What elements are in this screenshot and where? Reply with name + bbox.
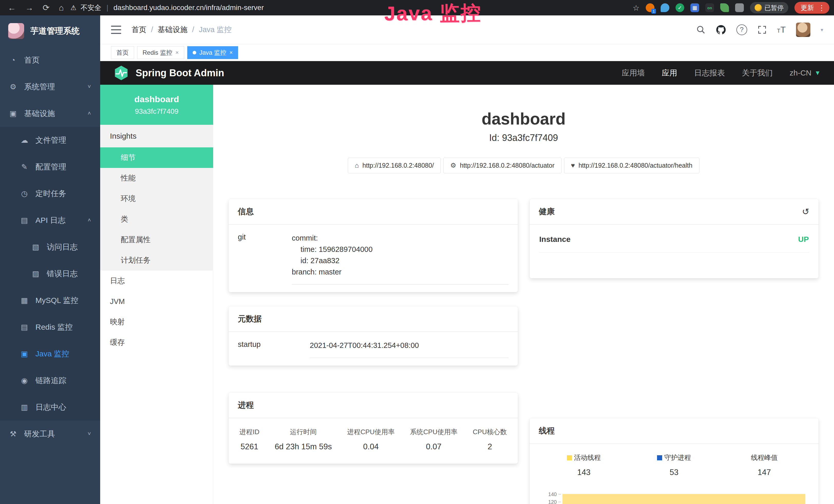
- sba-nav-applications[interactable]: 应用: [662, 68, 677, 78]
- paused-badge[interactable]: 已暂停: [750, 2, 788, 13]
- sidebar-item-system[interactable]: ⚙ 系统管理 ˅: [0, 73, 100, 100]
- status-badge: UP: [798, 235, 809, 244]
- document-icon: ▨: [31, 269, 41, 278]
- sidebar-item-tracing[interactable]: ◉ 链路追踪: [0, 367, 100, 394]
- extension-check-icon[interactable]: ✓: [676, 3, 684, 12]
- chevron-down-icon[interactable]: ▾: [821, 27, 823, 33]
- active-dot: [193, 51, 196, 54]
- sidebar-item-api-logs[interactable]: ▤ API 日志 ˄: [0, 207, 100, 234]
- extension-leaf-icon[interactable]: [720, 3, 729, 12]
- sidebar-item-error-logs[interactable]: ▨ 错误日志: [0, 260, 100, 287]
- sidebar-item-redis-monitor[interactable]: ▤ Redis 监控: [0, 314, 100, 340]
- forward-icon[interactable]: →: [25, 3, 34, 13]
- sba-nav-wallboard[interactable]: 应用墙: [621, 68, 645, 78]
- daemon-threads-value: 53: [629, 468, 719, 477]
- sba-item-configprops[interactable]: 配置属性: [100, 230, 213, 250]
- sba-sidebar: dashboard 93a3fc7f7409 Insights 细节 性能 环境…: [100, 85, 213, 504]
- font-size-icon[interactable]: TT: [777, 25, 786, 35]
- bookmark-star-icon[interactable]: ☆: [633, 3, 640, 12]
- close-icon[interactable]: ×: [175, 49, 179, 56]
- locale-select[interactable]: zh-CN ▼: [790, 69, 821, 77]
- legend-label: 守护进程: [664, 453, 691, 462]
- sba-item-classes[interactable]: 类: [100, 209, 213, 230]
- history-refresh-icon[interactable]: ↺: [802, 206, 810, 217]
- extensions-puzzle-icon[interactable]: [735, 3, 744, 12]
- health-url-button[interactable]: ♥ http://192.168.0.2:48080/actuator/heal…: [564, 158, 699, 173]
- sba-brand[interactable]: Spring Boot Admin: [113, 65, 224, 81]
- security-warning-icon[interactable]: ⚠: [70, 4, 76, 12]
- app-logo[interactable]: 芋道管理系统: [0, 16, 100, 47]
- sba-item-metrics[interactable]: 性能: [100, 168, 213, 188]
- sidebar-item-java-monitor[interactable]: ▣ Java 监控: [0, 340, 100, 367]
- page-title: dashboard: [228, 109, 818, 129]
- health-card: 健康 ↺ Instance UP: [530, 199, 819, 278]
- extension-grid-icon[interactable]: ▦: [690, 3, 699, 12]
- browser-menu-icon[interactable]: ⋮: [818, 4, 827, 12]
- instance-header[interactable]: dashboard 93a3fc7f7409: [100, 85, 213, 125]
- plot-area: [561, 490, 810, 504]
- sba-item-mappings[interactable]: 映射: [100, 312, 213, 332]
- tab-java-monitor[interactable]: Java 监控 ×: [187, 46, 238, 59]
- active-threads-area: [563, 494, 806, 504]
- extension-switch-icon[interactable]: on: [705, 3, 714, 12]
- sba-nav-about[interactable]: 关于我们: [742, 68, 773, 78]
- close-icon[interactable]: ×: [229, 49, 233, 56]
- peak-threads-value: 147: [719, 468, 809, 477]
- sba-item-details[interactable]: 细节: [100, 147, 213, 168]
- sba-item-logs[interactable]: 日志: [100, 271, 213, 291]
- chevron-down-icon: ˅: [88, 431, 91, 437]
- info-card: 信息 git commit: time: 1596289704000 id: 2…: [228, 199, 518, 292]
- sidebar-item-config-management[interactable]: ✎ 配置管理: [0, 154, 100, 180]
- address-bar[interactable]: ⚠ 不安全 | dashboard.yudao.iocoder.cn/infra…: [70, 3, 633, 12]
- security-label[interactable]: 不安全: [81, 3, 101, 12]
- search-icon[interactable]: [696, 25, 706, 35]
- layers-icon: ▤: [20, 323, 29, 331]
- process-col-header: 运行时间: [275, 428, 332, 436]
- extension-drop-icon[interactable]: [661, 3, 670, 12]
- process-col-value: 6d 23h 15m 59s: [275, 442, 332, 451]
- daemon-threads-swatch: [657, 455, 662, 460]
- tab-redis-monitor[interactable]: Redis 监控 ×: [137, 46, 184, 59]
- home-icon[interactable]: ⌂: [59, 3, 64, 13]
- breadcrumb-home[interactable]: 首页: [132, 25, 147, 35]
- github-icon[interactable]: [716, 25, 726, 35]
- metadata-card-title: 元数据: [228, 306, 518, 332]
- sidebar-item-home[interactable]: ◔ 首页: [0, 47, 100, 73]
- app-title: 芋道管理系统: [30, 25, 80, 37]
- url-text[interactable]: dashboard.yudao.iocoder.cn/infra/admin-s…: [113, 4, 264, 12]
- sidebar-collapse-icon[interactable]: [111, 26, 121, 34]
- metadata-key: startup: [238, 340, 310, 358]
- sba-item-environment[interactable]: 环境: [100, 188, 213, 209]
- threads-card-title: 线程: [530, 418, 819, 444]
- update-button[interactable]: 更新 ⋮: [794, 2, 829, 14]
- tab-home[interactable]: 首页: [111, 46, 134, 59]
- instance-id: 93a3fc7f7409: [135, 107, 178, 116]
- breadcrumb-section[interactable]: 基础设施: [158, 25, 188, 35]
- sba-item-caches[interactable]: 缓存: [100, 332, 213, 353]
- instance-name: dashboard: [134, 94, 179, 104]
- sidebar-item-access-logs[interactable]: ▧ 访问日志: [0, 234, 100, 260]
- process-table: 进程ID 5261 运行时间 6d 23h 15m 59s: [238, 426, 509, 456]
- sba-item-jvm[interactable]: JVM: [100, 291, 213, 312]
- back-icon[interactable]: ←: [8, 3, 16, 13]
- sba-item-scheduled-tasks[interactable]: 计划任务: [100, 250, 213, 271]
- extension-fox-icon[interactable]: 1: [646, 3, 655, 12]
- sidebar-item-scheduled-tasks[interactable]: ◷ 定时任务: [0, 180, 100, 207]
- service-url-button[interactable]: ⌂ http://192.168.0.2:48080/: [348, 158, 441, 173]
- breadcrumb: 首页 / 基础设施 / Java 监控: [132, 25, 232, 35]
- user-avatar[interactable]: [796, 23, 810, 37]
- health-instance-row[interactable]: Instance UP: [539, 232, 810, 253]
- sidebar-item-log-center[interactable]: ▥ 日志中心: [0, 394, 100, 420]
- help-icon[interactable]: ?: [737, 24, 747, 35]
- heart-icon: ♥: [571, 161, 575, 169]
- sba-nav-journal[interactable]: 日志报表: [694, 68, 725, 78]
- sidebar-item-file-management[interactable]: ☁ 文件管理: [0, 127, 100, 154]
- sidebar-item-dev-tools[interactable]: ⚒ 研发工具 ˅: [0, 420, 100, 447]
- sidebar-item-mysql-monitor[interactable]: ▦ MySQL 监控: [0, 287, 100, 314]
- fullscreen-icon[interactable]: [758, 25, 767, 35]
- sidebar-item-infrastructure[interactable]: ▣ 基础设施 ˄: [0, 100, 100, 127]
- process-card-title: 进程: [228, 393, 518, 418]
- threads-chart: 140 120 100: [539, 490, 810, 504]
- actuator-url-button[interactable]: ⚙ http://192.168.0.2:48080/actuator: [443, 158, 562, 173]
- reload-icon[interactable]: ⟳: [43, 3, 49, 13]
